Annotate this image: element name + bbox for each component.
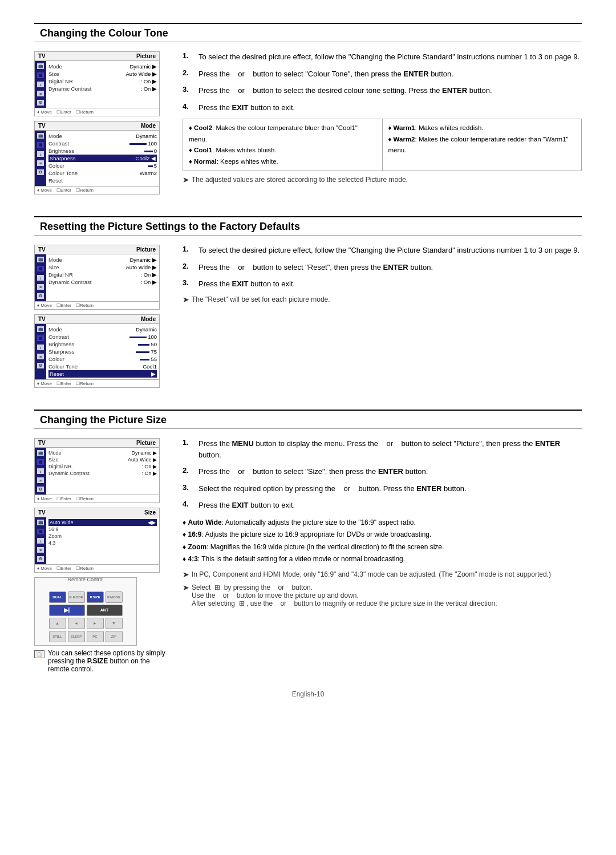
remote-control-diagram: Remote Control DUAL B.MODE P.SIZE P.MODE… (34, 577, 137, 646)
section-reset-content: TV Picture 📺 ▦ ♪ ≡ ⚙ Mode Dynamic ▶ (34, 245, 582, 392)
notes-col1: ♦ Cool2: Makes the colour temperature bl… (183, 119, 383, 171)
tv-icon-antenna: 📺 (37, 63, 44, 69)
m2-row-contrast: Contrast 100 (48, 140, 157, 147)
size-menu2: TV Size 📺 ▦ ♪ ≡ ⚙ Auto Wide ◀▶ (34, 508, 160, 573)
note-warm1: ♦ Warm1: Makes whites reddish. (388, 123, 576, 134)
page-number: English-10 (34, 690, 582, 698)
m2-row-colour: Colour 5 (48, 162, 157, 169)
size-notes: ♦ Auto Wide: Automatically adjusts the p… (183, 517, 582, 566)
tv-icon2-antenna: 📺 (37, 133, 44, 139)
size-menu1-body: 📺 ▦ ♪ ≡ ⚙ Mode Dynamic ▶ Size Auto (35, 448, 159, 495)
reset-menu2-body: 📺 ▦ ♪ ≡ ⚙ Mode Dynamic Contrast 10 (35, 324, 159, 379)
menu1-row-dyncontrast: Dynamic Contrast : On ▶ (48, 85, 157, 92)
section-picture-size: Changing the Picture Size TV Picture 📺 ▦… (34, 410, 582, 673)
sm2-zoom: Zoom (48, 533, 157, 540)
sm2-icon-ant: 📺 (37, 520, 44, 525)
remote-grid: DUAL B.MODE P.SIZE P.MODE ▶| ANT ▲ ◄ ► ▼… (44, 587, 127, 647)
notes-col2: ♦ Warm1: Makes whites reddish. ♦ Warm2: … (383, 119, 582, 171)
reset-menu2-sidebar: 📺 ▦ ♪ ≡ ⚙ (35, 324, 46, 379)
reset-menu1-body: 📺 ▦ ♪ ≡ ⚙ Mode Dynamic ▶ Size Auto (35, 254, 159, 301)
size-menu2-footer: ♦ Move ☐Enter ☐Return (35, 564, 159, 572)
reset-menu2: TV Mode 📺 ▦ ♪ ≡ ⚙ Mode Dynamic (34, 314, 160, 388)
tv-icon-picture: ▦ (37, 72, 44, 78)
sm1-dnr: Digital NR : On ▶ (48, 463, 157, 470)
remote-btn-zip: ZIP (106, 631, 123, 642)
size-menu2-header: TV Size (35, 508, 159, 517)
step-ct-2: 2. Press the or button to select "Colour… (183, 68, 582, 80)
step-ps-1: 1. Press the MENU button to display the … (183, 438, 582, 460)
note-cool1: ♦ Cool1: Makes whites bluish. (189, 145, 376, 156)
note-warm2: ♦ Warm2: Makes the colour temperature re… (388, 134, 576, 156)
section-colour-tone: Changing the Colour Tone TV Picture 📺 ▦ … (34, 23, 582, 199)
tip-text-reset: The "Reset" will be set for each picture… (192, 295, 330, 303)
note-autowide: ♦ Auto Wide: Automatically adjusts the p… (183, 517, 582, 529)
menu2-header-right: Mode (141, 123, 156, 129)
remote-btn-ch-down: ▼ (106, 618, 123, 629)
rm1-mode: Mode Dynamic ▶ (48, 256, 157, 264)
menu1-sidebar: 📺 ▦ ♪ ≡ ⚙ (35, 61, 46, 108)
colour-tone-left: TV Picture 📺 ▦ ♪ ≡ ⚙ Mode Dynamic ▶ (34, 51, 171, 199)
tv-icon-sound: ♪ (37, 82, 44, 87)
rv-icon-snd: ♪ (37, 275, 44, 281)
rm2-icon-snd: ♪ (37, 345, 44, 350)
step-r-3: 3. Press the EXIT button to exit. (183, 278, 582, 290)
remote-btn-psize: P.SIZE (87, 591, 104, 603)
tip-arrow-icon: ➤ (183, 175, 189, 184)
tip-text-colour-tone: The adjusted values are stored according… (192, 176, 408, 184)
size-menu2-sidebar: 📺 ▦ ♪ ≡ ⚙ (35, 517, 46, 564)
reset-right: 1. To select the desired picture effect,… (183, 245, 582, 392)
menu2-sidebar: 📺 ▦ ♪ ≡ ⚙ (35, 131, 46, 186)
tip-text-select: Select ⊞ by pressing the or button. Use … (192, 583, 497, 607)
rm1-size: Size Auto Wide ▶ (48, 264, 157, 271)
sm2-icon-snd: ♪ (37, 538, 44, 544)
reset-menu1-rows: Mode Dynamic ▶ Size Auto Wide ▶ Digital … (46, 254, 159, 301)
tip-colour-tone: ➤ The adjusted values are stored accordi… (183, 176, 582, 184)
m2-row-sharpness: Sharpness Cool2 ◀ (48, 155, 157, 162)
remote-btn-antena: ANT (87, 605, 123, 616)
sm2-autowide: Auto Wide ◀▶ (48, 519, 157, 526)
sm1-icon-ant: 📺 (37, 450, 44, 456)
sm2-icon-set: ⚙ (37, 556, 44, 562)
tv-icon2-channel: ≡ (37, 160, 44, 166)
menu1-rows: Mode Dynamic ▶ Size Auto Wide ▶ Digital … (46, 61, 159, 108)
size-menu1-rows: Mode Dynamic ▶ Size Auto Wide ▶ Digital … (46, 448, 159, 495)
reset-left: TV Picture 📺 ▦ ♪ ≡ ⚙ Mode Dynamic ▶ (34, 245, 171, 392)
sm1-icon-snd: ♪ (37, 468, 44, 474)
size-menu2-rows: Auto Wide ◀▶ 16:9 Zoom 4:3 (46, 517, 159, 564)
step-ct-1: 1. To select the desired picture effect,… (183, 51, 582, 63)
sm1-mode: Mode Dynamic ▶ (48, 449, 157, 456)
section-colour-tone-content: TV Picture 📺 ▦ ♪ ≡ ⚙ Mode Dynamic ▶ (34, 51, 582, 199)
sm1-size: Size Auto Wide ▶ (48, 456, 157, 463)
step-r-1: 1. To select the desired picture effect,… (183, 245, 582, 256)
reset-menu2-header: TV Mode (35, 315, 159, 324)
step-ct-4: 4. Press the EXIT button to exit. (183, 102, 582, 114)
size-menu1: TV Picture 📺 ▦ ♪ ≡ ⚙ Mode Dynamic ▶ (34, 438, 160, 503)
sm2-icon-pic: ▦ (37, 529, 44, 534)
caption-icon: 📋 (34, 650, 44, 658)
colour-tone-right: 1. To select the desired picture effect,… (183, 51, 582, 199)
menu1-row-size: Size Auto Wide ▶ (48, 70, 157, 78)
tip-reset: ➤ The "Reset" will be set for each pictu… (183, 295, 582, 304)
rv-icon-ant: 📺 (37, 257, 44, 262)
note-zoom: ♦ Zoom: Magnifies the 16:9 wide picture … (183, 541, 582, 554)
section-title-reset: Resetting the Picture Settings to the Fa… (34, 216, 582, 236)
remote-diagram-label: Remote Control (67, 577, 103, 582)
step-r-2: 2. Press the or button to select "Reset"… (183, 262, 582, 273)
remote-btn-pmode: P.MODE (106, 591, 123, 603)
caption-text: You can select these options by simply p… (48, 649, 171, 673)
rm2-icon-ant: 📺 (37, 326, 44, 332)
menu2-footer: ♦ Move ☐Enter ☐Return (35, 186, 159, 194)
reset-menu1-header: TV Picture (35, 245, 159, 254)
menu1-header: TV Picture (35, 52, 159, 61)
tip-pc-mode: ➤ In PC, Component and HDMI Mode, only "… (183, 570, 582, 579)
remote-btn-dual: DUAL (49, 591, 66, 603)
note-cool2: ♦ Cool2: Makes the colour temperature bl… (189, 123, 376, 145)
sm1-icon-ch: ≡ (37, 477, 44, 483)
step-ps-3: 3. Select the required option by pressin… (183, 483, 582, 495)
step-ct-3: 3. Press the or button to select the des… (183, 85, 582, 96)
picture-size-right: 1. Press the MENU button to display the … (183, 438, 582, 673)
tv-icon-setup: ⚙ (37, 100, 44, 106)
note-169: ♦ 16:9: Adjusts the picture size to 16:9… (183, 529, 582, 541)
section-reset-picture: Resetting the Picture Settings to the Fa… (34, 216, 582, 392)
tip-text-pc: In PC, Component and HDMI Mode, only "16… (192, 570, 551, 578)
